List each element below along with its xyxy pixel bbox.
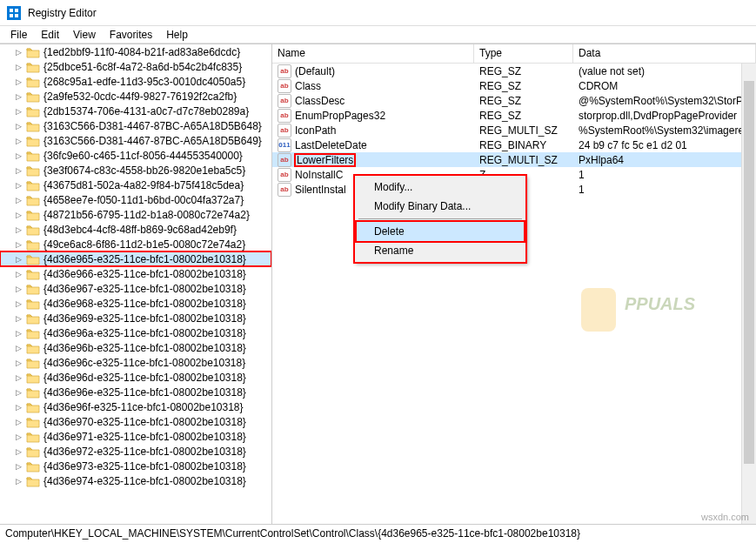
tree-item[interactable]: ▷{4d36e96b-e325-11ce-bfc1-08002be10318} (0, 340, 271, 355)
scrollbar-list[interactable] (741, 64, 756, 524)
tree-item-label: {4d36e971-e325-11ce-bfc1-08002be10318} (43, 431, 246, 443)
list-row[interactable]: abLowerFiltersREG_MULTI_SZPxHlpa64 (272, 152, 756, 167)
expand-icon[interactable]: ▷ (14, 417, 23, 426)
expand-icon[interactable]: ▷ (14, 77, 23, 86)
tree-item-label: {4d36e973-e325-11ce-bfc1-08002be10318} (43, 460, 246, 473)
menu-edit[interactable]: Edit (34, 27, 66, 43)
folder-icon (26, 327, 40, 339)
ctx-modify[interactable]: Modify... (357, 178, 524, 197)
col-data[interactable]: Data (573, 44, 756, 63)
col-name[interactable]: Name (272, 44, 474, 63)
expand-icon[interactable]: ▷ (14, 225, 23, 234)
list-header: Name Type Data (272, 44, 756, 64)
ctx-delete[interactable]: Delete (357, 222, 524, 241)
tree-item[interactable]: ▷{49ce6ac8-6f86-11d2-b1e5-0080c72e74a2} (0, 237, 271, 251)
list-row[interactable]: 011LastDeleteDateREG_BINARY24 b9 c7 fc 5… (272, 137, 756, 152)
expand-icon[interactable]: ▷ (14, 284, 23, 293)
menu-help[interactable]: Help (159, 27, 195, 43)
expand-icon[interactable]: ▷ (14, 180, 23, 190)
tree-item[interactable]: ▷{4d36e970-e325-11ce-bfc1-08002be10318} (0, 414, 271, 429)
expand-icon[interactable]: ▷ (14, 269, 23, 278)
tree-item[interactable]: ▷{4d36e96a-e325-11ce-bfc1-08002be10318} (0, 325, 271, 340)
expand-icon[interactable]: ▷ (14, 62, 23, 71)
tree-item[interactable]: ▷{43675d81-502a-4a82-9f84-b75f418c5dea} (0, 178, 271, 192)
expand-icon[interactable]: ▷ (14, 402, 23, 412)
value-name-cell: ab(Default) (272, 64, 474, 78)
expand-icon[interactable]: ▷ (14, 239, 23, 249)
expand-icon[interactable]: ▷ (14, 121, 23, 131)
folder-icon (26, 431, 40, 443)
tree-item[interactable]: ▷{2a9fe532-0cdc-44f9-9827-76192f2ca2fb} (0, 89, 271, 104)
svg-rect-2 (10, 14, 13, 17)
expand-icon[interactable]: ▷ (14, 254, 23, 264)
expand-icon[interactable]: ▷ (14, 47, 23, 57)
tree-item[interactable]: ▷{3163C566-D381-4467-87BC-A65A18D5B648} (0, 118, 271, 133)
tree-item[interactable]: ▷{4658ee7e-f050-11d1-b6bd-00c04fa372a7} (0, 192, 271, 207)
ctx-rename[interactable]: Rename (357, 241, 524, 260)
tree-pane[interactable]: ▷{1ed2bbf9-11f0-4084-b21f-ad83a8e6dcdc}▷… (0, 44, 272, 524)
expand-icon[interactable]: ▷ (14, 210, 23, 219)
expand-icon[interactable]: ▷ (14, 328, 23, 338)
tree-item[interactable]: ▷{4d36e974-e325-11ce-bfc1-08002be10318} (0, 473, 271, 488)
tree-item[interactable]: ▷{4d36e969-e325-11ce-bfc1-08002be10318} (0, 311, 271, 325)
tree-item[interactable]: ▷{4d36e972-e325-11ce-bfc1-08002be10318} (0, 444, 271, 459)
expand-icon[interactable]: ▷ (14, 298, 23, 308)
tree-item[interactable]: ▷{268c95a1-edfe-11d3-95c3-0010dc4050a5} (0, 74, 271, 89)
tree-item[interactable]: ▷{4d36e967-e325-11ce-bfc1-08002be10318} (0, 281, 271, 296)
list-row[interactable]: abIconPathREG_MULTI_SZ%SystemRoot%\Syste… (272, 123, 756, 137)
tree-item[interactable]: ▷{36fc9e60-c465-11cf-8056-444553540000} (0, 148, 271, 163)
value-data: CDROM (573, 80, 756, 92)
tree-item[interactable]: ▷{4d36e96c-e325-11ce-bfc1-08002be10318} (0, 355, 271, 370)
expand-icon[interactable]: ▷ (14, 151, 23, 160)
main: ▷{1ed2bbf9-11f0-4084-b21f-ad83a8e6dcdc}▷… (0, 44, 756, 524)
expand-icon[interactable]: ▷ (14, 358, 23, 367)
tree-item[interactable]: ▷{4d36e96e-e325-11ce-bfc1-08002be10318} (0, 385, 271, 399)
expand-icon[interactable]: ▷ (14, 461, 23, 471)
expand-icon[interactable]: ▷ (14, 165, 23, 175)
tree-item[interactable]: ▷{3163C566-D381-4467-87BC-A65A18D5B649} (0, 133, 271, 148)
value-name: SilentInstal (295, 184, 346, 196)
expand-icon[interactable]: ▷ (14, 313, 23, 323)
tree-item[interactable]: ▷{4d36e971-e325-11ce-bfc1-08002be10318} (0, 429, 271, 444)
list-row[interactable]: abEnumPropPages32REG_SZstorprop.dll,DvdP… (272, 108, 756, 123)
tree-item[interactable]: ▷{3e3f0674-c83c-4558-bb26-9820e1eba5c5} (0, 163, 271, 178)
expand-icon[interactable]: ▷ (14, 106, 23, 116)
tree-item[interactable]: ▷{1ed2bbf9-11f0-4084-b21f-ad83a8e6dcdc} (0, 44, 271, 59)
tree-item[interactable]: ▷{4d36e96d-e325-11ce-bfc1-08002be10318} (0, 370, 271, 385)
expand-icon[interactable]: ▷ (14, 91, 23, 101)
tree-item[interactable]: ▷{2db15374-706e-4131-a0c7-d7c78eb0289a} (0, 104, 271, 118)
list-row[interactable]: abClassDescREG_SZ@%SystemRoot%\System32\… (272, 93, 756, 108)
expand-icon[interactable]: ▷ (14, 446, 23, 456)
list-row[interactable]: ab(Default)REG_SZ(value not set) (272, 64, 756, 78)
list-row[interactable]: abClassREG_SZCDROM (272, 78, 756, 93)
menu-view[interactable]: View (66, 27, 103, 43)
scroll-thumb[interactable] (744, 81, 754, 464)
menu-favorites[interactable]: Favorites (103, 27, 159, 43)
tree-item[interactable]: ▷{48d3ebc4-4cf8-48ff-b869-9c68ad42eb9f} (0, 222, 271, 237)
tree-item[interactable]: ▷{4d36e968-e325-11ce-bfc1-08002be10318} (0, 296, 271, 311)
tree-item[interactable]: ▷{4d36e96f-e325-11ce-bfc1-08002be10318} (0, 399, 271, 414)
expand-icon[interactable]: ▷ (14, 343, 23, 352)
tree-item-label: {4d36e966-e325-11ce-bfc1-08002be10318} (43, 268, 246, 280)
expand-icon[interactable]: ▷ (14, 432, 23, 441)
expand-icon[interactable]: ▷ (14, 195, 23, 204)
value-data: storprop.dll,DvdPropPageProvider (573, 110, 756, 122)
expand-icon[interactable]: ▷ (14, 372, 23, 382)
expand-icon[interactable]: ▷ (14, 387, 23, 397)
tree-item[interactable]: ▷{4d36e966-e325-11ce-bfc1-08002be10318} (0, 266, 271, 281)
folder-icon (26, 342, 40, 354)
expand-icon[interactable]: ▷ (14, 136, 23, 145)
tree-item[interactable]: ▷{48721b56-6795-11d2-b1a8-0080c72e74a2} (0, 207, 271, 222)
ctx-modify-binary[interactable]: Modify Binary Data... (357, 197, 524, 216)
tree-item[interactable]: ▷{4d36e965-e325-11ce-bfc1-08002be10318} (0, 251, 271, 266)
col-type[interactable]: Type (474, 44, 573, 63)
tree-item-label: {268c95a1-edfe-11d3-95c3-0010dc4050a5} (43, 76, 245, 88)
expand-icon[interactable]: ▷ (14, 476, 23, 486)
tree-item[interactable]: ▷{4d36e973-e325-11ce-bfc1-08002be10318} (0, 459, 271, 473)
tree-item-label: {4d36e968-e325-11ce-bfc1-08002be10318} (43, 298, 246, 310)
value-name: EnumPropPages32 (295, 110, 385, 122)
menu-file[interactable]: File (3, 27, 34, 43)
folder-icon (26, 194, 40, 206)
tree-item-label: {4d36e96c-e325-11ce-bfc1-08002be10318} (43, 357, 245, 369)
tree-item[interactable]: ▷{25dbce51-6c8f-4a72-8a6d-b54c2b4fc835} (0, 59, 271, 74)
